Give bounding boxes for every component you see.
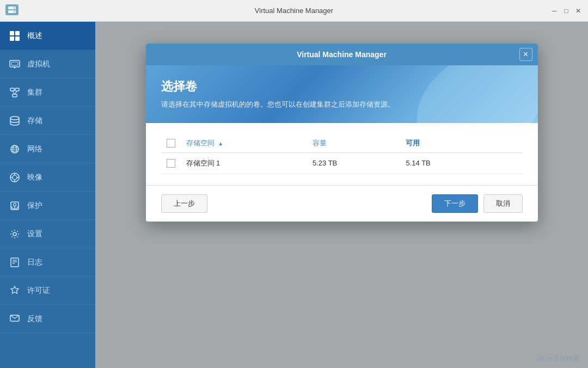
storage-icon [9, 115, 21, 127]
svg-rect-9 [11, 62, 18, 65]
table-header-capacity: 容量 [307, 134, 400, 153]
close-btn[interactable]: ✕ [574, 7, 583, 15]
svg-point-30 [14, 203, 16, 206]
feedback-icon [9, 313, 21, 325]
sidebar-label-overview: 概述 [27, 31, 42, 41]
app-window: Virtual Machine Manager ─ □ ✕ 概述 [0, 0, 588, 368]
sidebar-item-protection[interactable]: 保护 [0, 192, 95, 220]
modal-dialog: Virtual Machine Manager × 选择卷 请选择在其中存储虚拟… [146, 44, 538, 222]
watermark-icon: 值 [538, 354, 544, 364]
modal-header-title: 选择卷 [161, 78, 523, 95]
footer-left: 上一步 [161, 194, 207, 213]
watermark: 值 什么值得买 [538, 354, 579, 364]
modal-overlay: Virtual Machine Manager × 选择卷 请选择在其中存储虚拟… [95, 22, 588, 368]
svg-rect-4 [10, 31, 14, 35]
sidebar-label-network: 网络 [27, 144, 42, 154]
modal-title: Virtual Machine Manager [297, 50, 387, 59]
svg-point-35 [13, 232, 16, 236]
svg-rect-14 [13, 94, 17, 97]
svg-rect-6 [10, 36, 14, 41]
row-checkbox[interactable] [167, 159, 175, 168]
license-icon [9, 285, 21, 297]
svg-rect-12 [10, 88, 14, 91]
watermark-text: 什么值得买 [547, 354, 579, 364]
minimize-btn[interactable]: ─ [550, 7, 559, 15]
settings-icon [9, 228, 21, 240]
vm-icon [9, 58, 21, 70]
sidebar-item-network[interactable]: 网络 [0, 135, 95, 163]
svg-rect-36 [11, 258, 19, 267]
sidebar-item-settings[interactable]: 设置 [0, 220, 95, 248]
sidebar-item-feedback[interactable]: 反馈 [0, 305, 95, 333]
modal-header-description: 请选择在其中存储虚拟机的的卷。您也可以在创建集群之后添加存储资源。 [161, 99, 523, 110]
row-available: 5.14 TB [400, 152, 493, 174]
window-controls: ─ □ ✕ [550, 7, 583, 15]
row-capacity: 5.23 TB [307, 152, 400, 174]
table-header-available: 可用 [400, 134, 493, 153]
svg-point-17 [10, 116, 19, 120]
row-storage-name: 存储空间 1 [181, 152, 308, 174]
sidebar: 概述 虚拟机 [0, 22, 95, 368]
table-header-spacer [494, 134, 523, 153]
svg-line-15 [13, 91, 15, 94]
sidebar-label-image: 映像 [27, 173, 42, 182]
app-icon [5, 4, 19, 17]
next-button[interactable]: 下一步 [432, 194, 478, 213]
content-pane: Virtual Machine Manager × 选择卷 请选择在其中存储虚拟… [95, 22, 588, 368]
svg-line-16 [15, 91, 17, 94]
footer-right: 下一步 取消 [432, 194, 523, 213]
svg-rect-13 [15, 88, 19, 91]
sidebar-label-storage: 存储 [27, 116, 42, 126]
sidebar-label-cluster: 集群 [27, 88, 42, 97]
svg-point-2 [14, 7, 15, 8]
prev-button[interactable]: 上一步 [161, 194, 207, 213]
sidebar-item-storage[interactable]: 存储 [0, 107, 95, 135]
logs-icon [9, 256, 21, 268]
app-title: Virtual Machine Manager [255, 7, 333, 15]
modal-header: 选择卷 请选择在其中存储虚拟机的的卷。您也可以在创建集群之后添加存储资源。 [146, 65, 538, 123]
title-bar: Virtual Machine Manager ─ □ ✕ [0, 0, 588, 22]
network-icon [9, 143, 21, 155]
sidebar-label-feedback: 反馈 [27, 314, 42, 324]
row-checkbox-cell [161, 152, 181, 174]
svg-point-24 [13, 175, 17, 180]
sidebar-label-logs: 日志 [27, 257, 42, 267]
main-content: 概述 虚拟机 [0, 22, 588, 368]
table-header-select [161, 134, 181, 153]
storage-table: 存储空间 ▲ 容量 可用 [161, 134, 523, 174]
modal-titlebar: Virtual Machine Manager × [146, 44, 538, 65]
restore-btn[interactable]: □ [562, 7, 571, 15]
row-spacer [494, 152, 523, 174]
cancel-button[interactable]: 取消 [483, 194, 523, 213]
overview-icon [9, 30, 21, 42]
table-row: 存储空间 1 5.23 TB 5.14 TB [161, 152, 523, 174]
select-all-checkbox[interactable] [167, 139, 175, 148]
sidebar-label-settings: 设置 [27, 229, 42, 239]
modal-footer: 上一步 下一步 取消 [146, 185, 538, 222]
modal-body: 存储空间 ▲ 容量 可用 [146, 123, 538, 185]
svg-rect-7 [15, 36, 20, 41]
cluster-icon [9, 87, 21, 99]
sidebar-item-vm[interactable]: 虚拟机 [0, 50, 95, 78]
sidebar-item-cluster[interactable]: 集群 [0, 78, 95, 107]
sidebar-label-protection: 保护 [27, 201, 42, 211]
sidebar-item-overview[interactable]: 概述 [0, 22, 95, 50]
svg-point-3 [14, 11, 15, 12]
sidebar-label-license: 许可证 [27, 286, 50, 296]
svg-rect-5 [15, 31, 20, 35]
sidebar-label-vm: 虚拟机 [27, 59, 50, 69]
sort-arrow-icon: ▲ [218, 140, 223, 146]
sidebar-item-license[interactable]: 许可证 [0, 277, 95, 305]
image-icon [9, 171, 21, 183]
modal-close-button[interactable]: × [519, 48, 532, 61]
protection-icon [9, 200, 21, 212]
sidebar-item-logs[interactable]: 日志 [0, 248, 95, 277]
sidebar-item-image[interactable]: 映像 [0, 163, 95, 192]
table-header-storage[interactable]: 存储空间 ▲ [181, 134, 308, 153]
